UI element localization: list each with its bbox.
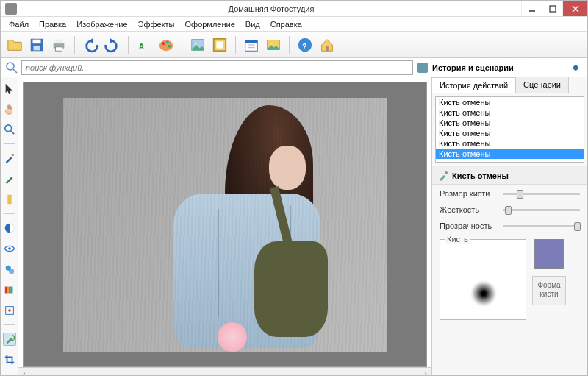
postcard-icon[interactable] xyxy=(264,35,283,54)
photo-content xyxy=(63,98,387,352)
menu-Правка[interactable]: Правка xyxy=(34,18,71,30)
menu-Оформление[interactable]: Оформление xyxy=(180,18,240,30)
svg-point-32 xyxy=(11,154,14,157)
tab-1[interactable]: Сценарии xyxy=(516,77,569,93)
svg-rect-18 xyxy=(216,41,223,48)
palette-icon[interactable] xyxy=(157,35,176,54)
svg-point-28 xyxy=(7,63,14,70)
redo-icon[interactable] xyxy=(103,35,122,54)
history-item[interactable]: Кисть отмены xyxy=(436,128,584,138)
svg-point-16 xyxy=(194,42,197,45)
svg-point-13 xyxy=(166,40,169,43)
help-icon[interactable]: ? xyxy=(295,35,315,54)
search-icon xyxy=(5,61,18,74)
pencil-icon[interactable] xyxy=(3,172,16,185)
folder-open-icon[interactable] xyxy=(5,35,24,54)
adjust-icon[interactable] xyxy=(3,304,16,317)
search-input[interactable] xyxy=(21,60,413,75)
clone-icon[interactable] xyxy=(3,263,16,276)
brush-section-icon xyxy=(438,171,448,181)
svg-rect-39 xyxy=(4,287,7,294)
horizontal-scrollbar[interactable]: ‹ › xyxy=(18,367,431,376)
history-panel-icon xyxy=(417,63,428,73)
print-icon[interactable] xyxy=(49,35,68,54)
svg-point-12 xyxy=(162,42,165,45)
svg-rect-41 xyxy=(9,287,11,294)
svg-point-30 xyxy=(4,125,11,132)
svg-line-31 xyxy=(10,131,13,134)
svg-rect-9 xyxy=(55,46,62,51)
brush-icon[interactable] xyxy=(3,152,16,165)
contrast-icon[interactable] xyxy=(3,221,16,235)
right-panel-tabs: История действийСценарии xyxy=(432,77,587,93)
svg-rect-6 xyxy=(33,45,40,49)
close-button[interactable] xyxy=(562,1,587,16)
gradient-icon[interactable] xyxy=(3,283,16,297)
history-item[interactable]: Кисть отмены xyxy=(436,97,584,107)
text-icon[interactable]: A xyxy=(135,35,154,54)
crop-icon[interactable] xyxy=(3,353,16,366)
brush-color-swatch[interactable] xyxy=(534,239,564,269)
menu-Справка[interactable]: Справка xyxy=(265,18,307,30)
scroll-left-arrow[interactable]: ‹ xyxy=(18,369,30,377)
menubar: ФайлПравкаИзображениеЭффектыОформлениеВи… xyxy=(1,17,587,32)
right-panel: История действийСценарии Кисть отменыКис… xyxy=(431,77,587,376)
history-list[interactable]: Кисть отменыКисть отменыКисть отменыКист… xyxy=(435,96,584,163)
brush-preview[interactable]: Кисть xyxy=(440,239,526,320)
frame-icon[interactable] xyxy=(210,35,229,54)
tab-0[interactable]: История действий xyxy=(432,77,516,93)
scroll-right-arrow[interactable]: › xyxy=(420,369,431,377)
window-title: Домашняя Фотостудия xyxy=(21,4,521,13)
svg-point-45 xyxy=(445,171,448,174)
calendar-icon[interactable] xyxy=(242,35,261,54)
svg-rect-27 xyxy=(326,46,329,50)
svg-text:?: ? xyxy=(302,42,306,50)
zoom-icon[interactable] xyxy=(3,123,16,136)
image-icon[interactable] xyxy=(188,35,207,54)
marker-icon[interactable] xyxy=(3,193,16,206)
titlebar: Домашняя Фотостудия xyxy=(1,1,587,17)
home-icon[interactable] xyxy=(318,35,337,54)
menu-Изображение[interactable]: Изображение xyxy=(71,18,132,30)
brush-size-label: Размер кисти xyxy=(440,189,497,198)
svg-point-38 xyxy=(9,269,14,274)
history-panel-title: История и сценарии xyxy=(432,63,514,72)
undo-icon[interactable] xyxy=(81,35,100,54)
canvas-area[interactable] xyxy=(18,77,431,367)
svg-rect-33 xyxy=(7,195,11,204)
canvas-wrap: ‹ › xyxy=(18,77,431,376)
history-item[interactable]: Кисть отмены xyxy=(436,138,584,149)
main-toolbar: A? xyxy=(1,32,587,58)
brush-opacity-slider[interactable] xyxy=(503,225,580,227)
svg-point-11 xyxy=(159,40,173,51)
menu-Эффекты[interactable]: Эффекты xyxy=(133,18,180,30)
hand-icon[interactable] xyxy=(3,102,16,116)
brush-size-slider[interactable] xyxy=(503,193,580,195)
undo-brush-icon[interactable] xyxy=(3,333,16,346)
svg-point-36 xyxy=(8,247,11,250)
eye-icon[interactable] xyxy=(3,242,16,255)
brush-preview-label: Кисть xyxy=(445,235,470,244)
history-item[interactable]: Кисть отмены xyxy=(436,107,584,118)
canvas-frame xyxy=(23,82,427,367)
history-item[interactable]: Кисть отмены xyxy=(436,118,584,128)
search-row: История и сценарии ◆ xyxy=(1,58,587,77)
svg-rect-5 xyxy=(33,39,41,43)
svg-rect-40 xyxy=(7,287,9,294)
svg-line-29 xyxy=(13,69,17,73)
svg-rect-20 xyxy=(245,40,258,43)
cursor-icon[interactable] xyxy=(3,82,16,95)
menu-Файл[interactable]: Файл xyxy=(4,18,34,30)
svg-rect-1 xyxy=(550,6,556,12)
brush-section-header: Кисть отмены xyxy=(432,166,587,185)
history-item[interactable]: Кисть отмены xyxy=(436,149,584,159)
brush-shape-button[interactable]: Форма кисти xyxy=(532,276,566,305)
minimize-button[interactable] xyxy=(521,1,542,16)
pin-icon[interactable]: ◆ xyxy=(573,63,583,73)
maximize-button[interactable] xyxy=(542,1,562,16)
svg-text:A: A xyxy=(139,43,145,51)
menu-Вид[interactable]: Вид xyxy=(240,18,265,30)
brush-preview-area: Кисть Форма кисти xyxy=(440,239,580,320)
brush-hardness-slider[interactable] xyxy=(503,209,580,211)
save-icon[interactable] xyxy=(27,35,46,54)
